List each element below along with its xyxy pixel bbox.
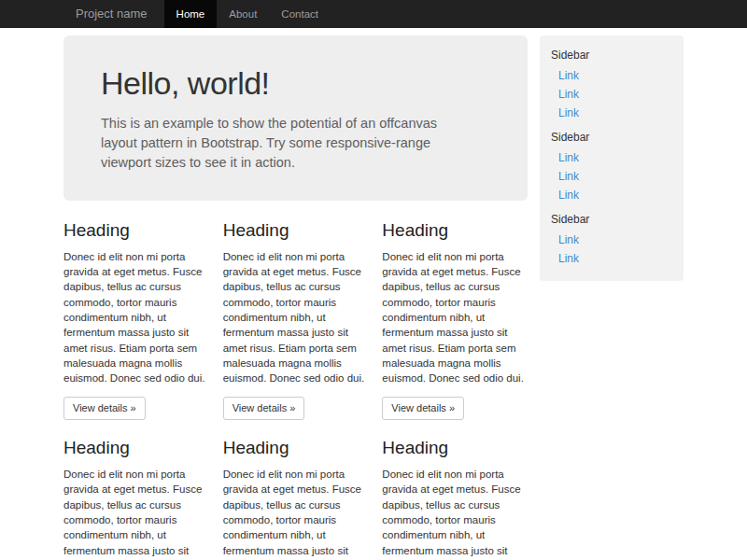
card-text: Donec id elit non mi porta gravida at eg… <box>382 249 528 386</box>
card: Heading Donec id elit non mi porta gravi… <box>63 214 209 420</box>
navbar-brand[interactable]: Project name <box>63 0 164 28</box>
card: Heading Donec id elit non mi porta gravi… <box>223 214 369 420</box>
sidebar-group-title: Sidebar <box>551 212 672 227</box>
cards-row-2: Heading Donec id elit non mi porta gravi… <box>63 431 528 560</box>
sidebar-link[interactable]: Link <box>551 249 672 268</box>
card-text: Donec id elit non mi porta gravida at eg… <box>223 467 369 560</box>
card: Heading Donec id elit non mi porta gravi… <box>223 431 369 560</box>
sidebar-link[interactable]: Link <box>551 186 672 204</box>
view-details-button[interactable]: View details » <box>63 397 146 420</box>
card: Heading Donec id elit non mi porta gravi… <box>382 214 528 420</box>
card-text: Donec id elit non mi porta gravida at eg… <box>63 249 209 386</box>
sidebar-link[interactable]: Link <box>551 104 672 122</box>
sidebar-group-1: Sidebar Link Link Link <box>551 48 672 122</box>
sidebar-group-3: Sidebar Link Link <box>551 212 672 268</box>
sidebar-group-2: Sidebar Link Link Link <box>551 130 672 204</box>
card-heading: Heading <box>382 439 528 458</box>
sidebar-link[interactable]: Link <box>551 167 672 186</box>
nav-item-about[interactable]: About <box>217 0 269 28</box>
navbar-nav: Home About Contact <box>164 0 331 28</box>
view-details-button[interactable]: View details » <box>382 397 464 420</box>
page-title: Hello, world! <box>101 67 490 101</box>
navbar-container: Project name Home About Contact <box>63 0 684 28</box>
card-heading: Heading <box>63 221 209 241</box>
card: Heading Donec id elit non mi porta gravi… <box>63 431 209 560</box>
card-heading: Heading <box>63 439 209 458</box>
card-heading: Heading <box>223 439 369 458</box>
sidebar-link[interactable]: Link <box>551 85 672 104</box>
content-column: Hello, world! This is an example to show… <box>63 35 528 560</box>
card-heading: Heading <box>223 221 369 241</box>
card-text: Donec id elit non mi porta gravida at eg… <box>382 467 528 560</box>
navbar: Project name Home About Contact <box>0 0 747 28</box>
sidebar: Sidebar Link Link Link Sidebar Link Link… <box>540 35 684 281</box>
view-details-button[interactable]: View details » <box>223 397 305 420</box>
sidebar-link[interactable]: Link <box>551 148 672 167</box>
sidebar-link[interactable]: Link <box>551 231 672 249</box>
sidebar-group-title: Sidebar <box>551 130 672 145</box>
sidebar-group-title: Sidebar <box>551 48 672 63</box>
card-heading: Heading <box>382 221 528 241</box>
jumbotron-text: This is an example to show the potential… <box>101 114 474 173</box>
card-text: Donec id elit non mi porta gravida at eg… <box>63 467 209 560</box>
sidebar-link[interactable]: Link <box>551 66 672 85</box>
card: Heading Donec id elit non mi porta gravi… <box>382 431 528 560</box>
main-row: Hello, world! This is an example to show… <box>63 35 684 560</box>
card-text: Donec id elit non mi porta gravida at eg… <box>223 249 369 386</box>
nav-item-contact[interactable]: Contact <box>269 0 331 28</box>
nav-item-home[interactable]: Home <box>164 0 218 28</box>
jumbotron: Hello, world! This is an example to show… <box>63 35 528 201</box>
cards-row-1: Heading Donec id elit non mi porta gravi… <box>63 214 528 420</box>
page-container: Hello, world! This is an example to show… <box>63 35 684 560</box>
